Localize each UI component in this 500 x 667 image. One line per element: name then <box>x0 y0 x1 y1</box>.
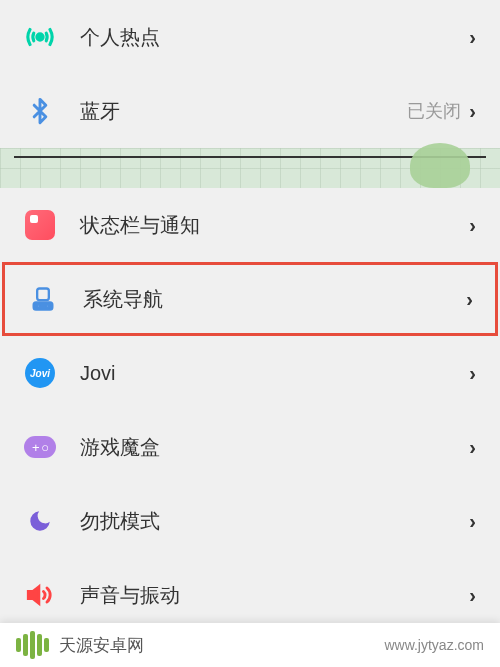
chevron-right-icon: › <box>469 100 476 123</box>
settings-item-statusbar[interactable]: 状态栏与通知 › <box>0 188 500 262</box>
svg-point-0 <box>37 34 43 40</box>
settings-item-hotspot[interactable]: 个人热点 › <box>0 0 500 74</box>
item-label: 蓝牙 <box>80 98 407 125</box>
svg-rect-1 <box>37 289 49 301</box>
chevron-right-icon: › <box>466 288 473 311</box>
settings-item-navigation[interactable]: 系统导航 › <box>2 262 498 336</box>
footer-banner: 天源安卓网 www.jytyaz.com <box>0 623 500 667</box>
item-label: 状态栏与通知 <box>80 212 469 239</box>
sound-icon <box>24 579 56 611</box>
svg-point-3 <box>37 305 40 308</box>
chevron-right-icon: › <box>469 214 476 237</box>
bluetooth-icon <box>24 95 56 127</box>
gamebox-icon: + ○ <box>24 431 56 463</box>
item-label: 系统导航 <box>83 286 466 313</box>
chevron-right-icon: › <box>469 26 476 49</box>
item-label: 声音与振动 <box>80 582 469 609</box>
chevron-right-icon: › <box>469 362 476 385</box>
footer-logo-icon <box>16 631 49 659</box>
dnd-icon <box>24 505 56 537</box>
item-label: 勿扰模式 <box>80 508 469 535</box>
settings-item-bluetooth[interactable]: 蓝牙 已关闭 › <box>0 74 500 148</box>
hotspot-icon <box>24 21 56 53</box>
svg-point-4 <box>46 305 49 308</box>
settings-item-gamebox[interactable]: + ○ 游戏魔盒 › <box>0 410 500 484</box>
statusbar-icon <box>24 209 56 241</box>
section-divider <box>0 148 500 188</box>
footer-site-name: 天源安卓网 <box>59 634 144 657</box>
item-label: Jovi <box>80 362 469 385</box>
chevron-right-icon: › <box>469 510 476 533</box>
navigation-icon <box>27 283 59 315</box>
item-label: 游戏魔盒 <box>80 434 469 461</box>
settings-item-dnd[interactable]: 勿扰模式 › <box>0 484 500 558</box>
item-status: 已关闭 <box>407 99 461 123</box>
settings-item-jovi[interactable]: Jovi Jovi › <box>0 336 500 410</box>
settings-item-sound[interactable]: 声音与振动 › <box>0 558 500 632</box>
jovi-icon: Jovi <box>24 357 56 389</box>
chevron-right-icon: › <box>469 584 476 607</box>
chevron-right-icon: › <box>469 436 476 459</box>
footer-url: www.jytyaz.com <box>384 637 484 653</box>
settings-list: 个人热点 › 蓝牙 已关闭 › 状态栏与通知 › <box>0 0 500 667</box>
frog-decoration-icon <box>410 143 470 188</box>
item-label: 个人热点 <box>80 24 469 51</box>
